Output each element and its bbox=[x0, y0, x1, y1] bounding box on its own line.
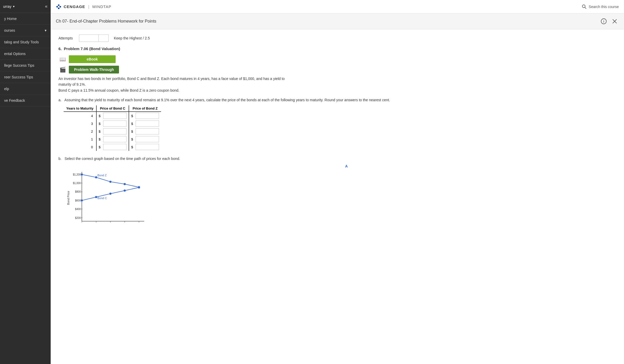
svg-text:$200: $200 bbox=[75, 217, 81, 219]
svg-point-1 bbox=[58, 4, 59, 6]
table-row: 1 $ $ bbox=[64, 135, 161, 143]
sidebar-label-catalog: talog and Study Tools bbox=[4, 40, 39, 44]
svg-text:$600: $600 bbox=[75, 199, 81, 202]
table-row: 4 $ $ bbox=[64, 112, 161, 120]
search-area[interactable]: Search this course bbox=[582, 4, 619, 9]
bond-c-dot bbox=[124, 190, 126, 192]
sidebar-item-catalog[interactable]: talog and Study Tools bbox=[0, 36, 51, 48]
bond-c-input-3[interactable] bbox=[101, 120, 129, 127]
bond-c-dollar-0: $ bbox=[96, 143, 101, 151]
sidebar-header: urray ▾ « bbox=[0, 0, 51, 13]
user-name: urray bbox=[3, 4, 11, 9]
table-row: 2 $ $ bbox=[64, 127, 161, 135]
table-row: 3 $ $ bbox=[64, 120, 161, 127]
attempts-boxes bbox=[79, 35, 109, 42]
svg-text:$400: $400 bbox=[75, 208, 81, 211]
bond-z-dollar-0: $ bbox=[129, 143, 134, 151]
svg-point-0 bbox=[56, 6, 58, 8]
bond-z-dot bbox=[95, 176, 97, 178]
sidebar-label-feedback: ve Feedback bbox=[4, 98, 25, 103]
ebook-button[interactable]: eBook bbox=[69, 55, 116, 63]
bond-c-label: Bond C bbox=[97, 197, 107, 200]
svg-text:i: i bbox=[603, 20, 604, 23]
sidebar-item-feedback[interactable]: ve Feedback bbox=[0, 95, 51, 106]
col-header-bond-c: Price of Bond C bbox=[96, 105, 129, 112]
sidebar-item-courses[interactable]: ourses ▾ bbox=[0, 25, 51, 36]
sidebar-label-help: elp bbox=[4, 87, 9, 91]
attempt-box-1[interactable] bbox=[79, 35, 89, 42]
bond-c-dollar-2: $ bbox=[96, 127, 101, 135]
sub-question-a-text: a. Assuming that the yield to maturity o… bbox=[58, 97, 616, 103]
sidebar-item-college[interactable]: llege Success Tips bbox=[0, 60, 51, 71]
bond-c-dollar-1: $ bbox=[96, 135, 101, 143]
sidebar: urray ▾ « y Home ourses ▾ talog and Stud… bbox=[0, 0, 51, 364]
sidebar-item-rental[interactable]: ental Options bbox=[0, 48, 51, 60]
table-row: 0 $ $ bbox=[64, 143, 161, 151]
year-cell: 0 bbox=[64, 143, 96, 151]
search-icon bbox=[582, 4, 587, 9]
main-area: CENGAGE | MINDTAP Search this course Ch … bbox=[51, 0, 624, 364]
attempt-box-2[interactable] bbox=[89, 35, 99, 42]
attempt-box-3[interactable] bbox=[99, 35, 109, 42]
walkthrough-button[interactable]: Problem Walk-Through bbox=[69, 66, 119, 73]
sidebar-user[interactable]: urray ▾ bbox=[3, 4, 15, 9]
logo-area: CENGAGE | MINDTAP bbox=[56, 4, 111, 10]
bond-c-input-1[interactable] bbox=[101, 135, 129, 143]
year-cell: 1 bbox=[64, 135, 96, 143]
bond-z-input-4[interactable] bbox=[134, 112, 161, 120]
year-cell: 4 bbox=[64, 112, 96, 120]
bond-z-dot bbox=[81, 173, 83, 176]
chart-container: A Bond Price $1,200 $1,000 $800 $600 bbox=[66, 164, 616, 229]
sub-question-a: a. Assuming that the yield to maturity o… bbox=[58, 97, 616, 151]
chart-label-a[interactable]: A bbox=[77, 164, 616, 168]
bond-z-dollar-3: $ bbox=[129, 120, 134, 127]
sidebar-label-career: reer Success Tips bbox=[4, 75, 33, 79]
close-button[interactable] bbox=[610, 17, 619, 25]
sub-question-b: b. Select the correct graph based on the… bbox=[58, 156, 616, 229]
bond-table: Years to Maturity Price of Bond C Price … bbox=[64, 105, 161, 151]
topbar: CENGAGE | MINDTAP Search this course bbox=[51, 0, 624, 14]
bond-z-input-0[interactable] bbox=[134, 143, 161, 151]
bond-z-input-3[interactable] bbox=[134, 120, 161, 127]
bond-c-input-2[interactable] bbox=[101, 127, 129, 135]
col-header-bond-z: Price of Bond Z bbox=[129, 105, 161, 112]
sidebar-collapse-button[interactable]: « bbox=[45, 4, 48, 9]
keep-highest-label: Keep the Highest / 2.5 bbox=[114, 36, 150, 40]
logo-divider: | bbox=[88, 5, 89, 9]
svg-point-3 bbox=[58, 8, 59, 9]
sidebar-label-rental: ental Options bbox=[4, 52, 26, 56]
close-icon bbox=[612, 18, 618, 24]
bond-price-chart: Bond Price $1,200 $1,000 $800 $600 $400 … bbox=[66, 169, 149, 229]
walkthrough-icon: 🎬 bbox=[58, 65, 67, 74]
walkthrough-row: 🎬 Problem Walk-Through bbox=[58, 65, 616, 74]
year-cell: 3 bbox=[64, 120, 96, 127]
sidebar-item-home[interactable]: y Home bbox=[0, 13, 51, 25]
chevron-down-icon: ▾ bbox=[45, 28, 47, 32]
bond-z-dollar-2: $ bbox=[129, 127, 134, 135]
problem-heading: 6. Problem 7.06 (Bond Valuation) bbox=[58, 46, 616, 51]
sidebar-item-career[interactable]: reer Success Tips bbox=[0, 71, 51, 83]
attempts-row: Attempts Keep the Highest / 2.5 bbox=[58, 35, 616, 42]
bond-c-dot bbox=[138, 186, 140, 188]
brand-name: CENGAGE bbox=[64, 4, 85, 9]
bond-z-dollar-1: $ bbox=[129, 135, 134, 143]
header-icons: i bbox=[600, 17, 619, 25]
bond-c-input-0[interactable] bbox=[101, 143, 129, 151]
svg-text:$1,000: $1,000 bbox=[73, 182, 81, 185]
info-button[interactable]: i bbox=[600, 17, 608, 25]
bond-z-dollar-4: $ bbox=[129, 112, 134, 120]
search-label[interactable]: Search this course bbox=[589, 5, 619, 9]
content-area: Attempts Keep the Highest / 2.5 6. Probl… bbox=[51, 29, 624, 364]
bond-c-input-4[interactable] bbox=[101, 112, 129, 120]
bond-c-dollar-4: $ bbox=[96, 112, 101, 120]
bond-z-input-1[interactable] bbox=[134, 135, 161, 143]
bond-z-label: Bond Z bbox=[97, 174, 107, 177]
year-cell: 2 bbox=[64, 127, 96, 135]
bond-z-input-2[interactable] bbox=[134, 127, 161, 135]
sidebar-item-help[interactable]: elp bbox=[0, 83, 51, 95]
ebook-row: 📖 eBook bbox=[58, 55, 616, 63]
user-dropdown-icon[interactable]: ▾ bbox=[13, 5, 15, 8]
attempts-label: Attempts bbox=[58, 36, 73, 40]
bond-c-dollar-3: $ bbox=[96, 120, 101, 127]
problem-description: An investor has two bonds in her portfol… bbox=[58, 76, 292, 93]
